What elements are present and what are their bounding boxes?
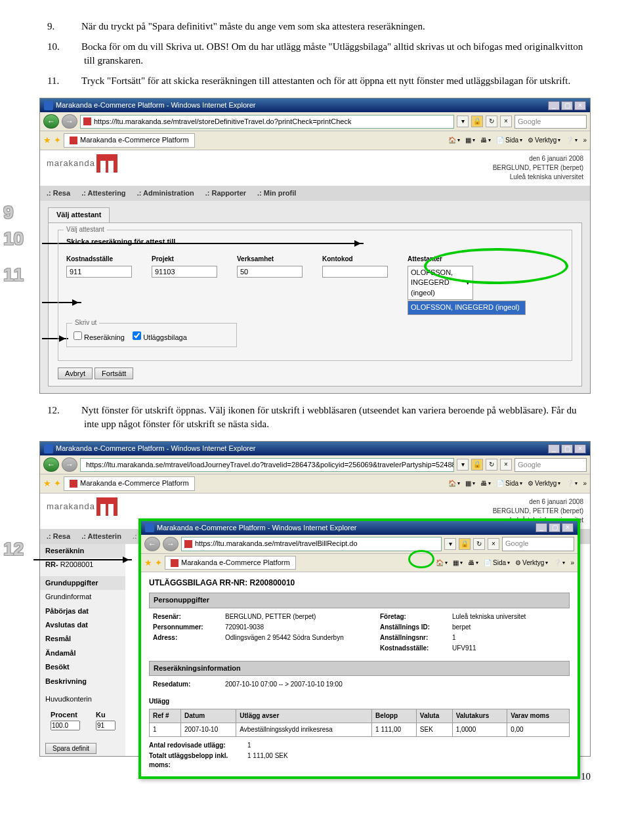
spara-button[interactable]: Spara definit <box>45 743 96 754</box>
print-toolbar-icon[interactable]: 🖶▾ <box>468 558 478 568</box>
back-button[interactable]: ← <box>43 114 59 129</box>
avbryt-button[interactable]: Avbryt <box>58 368 93 379</box>
select-attestanter[interactable]: OLOFSSON, INGEGERD (ingeol)▾ <box>408 266 473 300</box>
refresh-button[interactable]: ↻ <box>486 116 497 127</box>
checkbox-reserakning[interactable] <box>74 331 82 340</box>
forward-button[interactable]: → <box>62 114 77 129</box>
browser-window-2: Marakanda e-Commerce Platform - Windows … <box>39 441 591 757</box>
minimize-button[interactable]: _ <box>536 523 547 532</box>
page-menu[interactable]: 📄 Sida▾ <box>484 558 510 568</box>
forward-button[interactable]: → <box>62 457 77 472</box>
address-bar[interactable]: https://ltu.marakanda.se/mtravel/loadJou… <box>80 458 454 472</box>
minimize-button[interactable]: _ <box>548 101 560 110</box>
feed-icon[interactable]: ▦▾ <box>465 136 475 145</box>
close-button[interactable]: × <box>562 523 574 532</box>
popup-tab[interactable]: Marakanda e-Commerce Platform <box>165 556 296 570</box>
input-kontokod[interactable] <box>322 266 388 278</box>
forward-button[interactable]: → <box>163 537 178 551</box>
stop-button[interactable]: × <box>500 459 512 471</box>
close-button[interactable]: × <box>574 444 586 453</box>
popup-address[interactable]: https://ltu.marakanda.se/mtravel/travelB… <box>181 537 442 551</box>
sidebar-header: Reseräknin <box>40 544 125 558</box>
stop-button[interactable]: × <box>500 116 512 127</box>
callout-9: 9 <box>3 200 14 225</box>
add-favorite-icon[interactable]: ✦ <box>54 478 61 490</box>
chevron-down-icon: ▾ <box>466 278 470 287</box>
tab-icon <box>70 136 77 144</box>
help-icon[interactable]: ❔▾ <box>566 136 578 145</box>
feed-icon[interactable]: ▦▾ <box>465 479 475 488</box>
menu-resa[interactable]: .: Resa <box>47 532 70 540</box>
add-favorite-icon[interactable]: ✦ <box>155 557 162 569</box>
tools-menu[interactable]: ⚙ Verktyg▾ <box>515 558 548 568</box>
input-procent[interactable] <box>51 721 80 730</box>
menu-resa[interactable]: .: Resa <box>47 189 70 197</box>
search-box[interactable]: Google <box>514 115 587 129</box>
dropdown-button[interactable]: ▾ <box>457 459 469 471</box>
fortsatt-button[interactable]: Fortsätt <box>94 368 133 379</box>
menu-attestering[interactable]: .: Attestering <box>81 189 125 197</box>
dropdown-button[interactable]: ▾ <box>457 116 469 127</box>
input-verksamhet[interactable] <box>237 266 303 278</box>
refresh-button[interactable]: ↻ <box>486 459 497 471</box>
menu-min-profil[interactable]: .: Min profil <box>257 189 296 197</box>
help-icon[interactable]: ❔▾ <box>566 479 578 488</box>
titlebar: Marakanda e-Commerce Platform - Windows … <box>40 98 590 112</box>
callout-12: 12 <box>3 536 24 562</box>
page-menu[interactable]: 📄 Sida▾ <box>496 136 522 145</box>
screenshot-2: 12 Marakanda e-Commerce Platform - Windo… <box>39 441 591 757</box>
home-icon[interactable]: 🏠▾ <box>448 479 460 488</box>
favorites-icon[interactable]: ★ <box>144 557 152 569</box>
minimize-button[interactable]: _ <box>548 444 560 453</box>
input-ku[interactable] <box>96 721 116 730</box>
callout-11: 11 <box>3 262 24 287</box>
menu-rapporter[interactable]: .: Rapporter <box>205 189 246 197</box>
maximize-button[interactable]: ▢ <box>561 101 573 110</box>
input-projekt[interactable] <box>152 266 217 278</box>
browser-tab[interactable]: Marakanda e-Commerce Platform <box>64 133 195 147</box>
checkbox-utlaggsbilaga[interactable] <box>133 331 141 340</box>
label-kontokod: Kontokod <box>322 255 388 264</box>
print-icon[interactable]: 🖶▾ <box>480 479 491 488</box>
maximize-button[interactable]: ▢ <box>561 444 573 453</box>
stop-button[interactable]: × <box>488 538 499 550</box>
section-rese: Reseräkningsinformation <box>149 661 570 676</box>
address-bar[interactable]: https://ltu.marakanda.se/mtravel/storeDe… <box>80 115 454 129</box>
ie-icon <box>145 523 154 532</box>
lock-icon: 🔒 <box>471 116 483 127</box>
page-menu[interactable]: 📄 Sida▾ <box>496 479 522 488</box>
popup-search[interactable]: Google <box>502 537 574 551</box>
logo: marakanda <box>47 497 117 516</box>
menu-attestering[interactable]: .: Attesterin <box>81 532 121 540</box>
app-menu: .: Resa .: Attestering .: Administration… <box>40 186 590 201</box>
refresh-button[interactable]: ↻ <box>473 538 485 550</box>
print-icon[interactable]: 🖶▾ <box>480 136 491 145</box>
add-favorite-icon[interactable]: ✦ <box>54 135 61 146</box>
back-button[interactable]: ← <box>43 457 59 472</box>
close-button[interactable]: × <box>574 101 586 110</box>
utlagg-header: Utlägg <box>149 697 570 706</box>
send-label: Skicka reseräkning för attest till <box>66 237 564 247</box>
menu-administration[interactable]: .: Administration <box>137 189 194 197</box>
favorites-icon[interactable]: ★ <box>43 135 51 146</box>
select-option[interactable]: OLOFSSON, INGEGERD (ingeol) <box>408 301 526 314</box>
receipt-title: UTLÄGGSBILAGA RR-NR: R200800010 <box>149 578 570 589</box>
home-icon[interactable]: 🏠▾ <box>436 558 448 568</box>
maximize-button[interactable]: ▢ <box>549 523 560 532</box>
search-box[interactable]: Google <box>514 458 587 472</box>
help-icon[interactable]: ❔▾ <box>553 558 565 568</box>
home-icon[interactable]: 🏠▾ <box>448 136 460 145</box>
tab-icon <box>70 480 77 488</box>
window-title: Marakanda e-Commerce Platform - Windows … <box>56 444 255 453</box>
tools-menu[interactable]: ⚙ Verktyg▾ <box>528 136 560 145</box>
label-reserakning: Reseräkning <box>84 333 125 341</box>
user-info: den 6 januari 2008 BERGLUND, PETTER (ber… <box>493 154 583 182</box>
tab-bar: ★ ✦ Marakanda e-Commerce Platform 🏠▾ ▦▾ … <box>40 474 590 493</box>
back-button[interactable]: ← <box>144 537 160 551</box>
callout-10: 10 <box>3 226 24 251</box>
favorites-icon[interactable]: ★ <box>43 478 51 490</box>
tools-menu[interactable]: ⚙ Verktyg▾ <box>528 479 560 488</box>
feed-icon[interactable]: ▦▾ <box>453 558 463 568</box>
browser-tab[interactable]: Marakanda e-Commerce Platform <box>64 476 195 490</box>
input-kostnadsstalle[interactable] <box>66 266 132 278</box>
